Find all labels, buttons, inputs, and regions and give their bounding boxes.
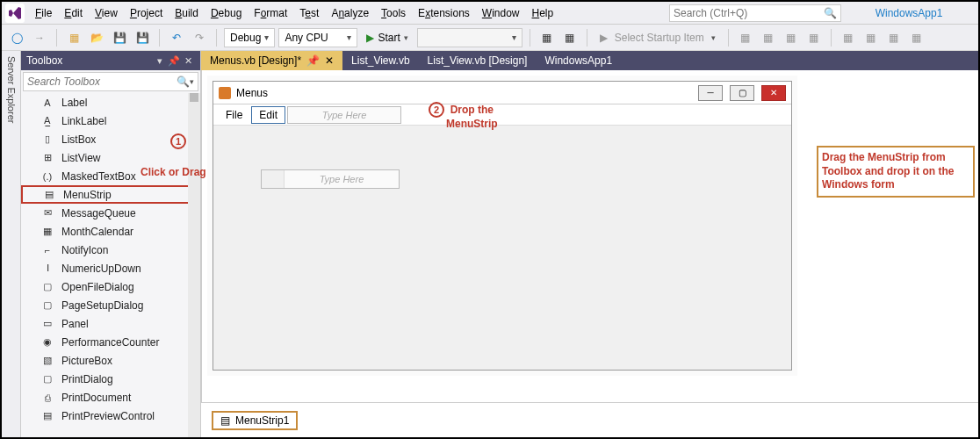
tool-label: ListView bbox=[61, 152, 100, 164]
form-menu-file[interactable]: File bbox=[219, 107, 249, 123]
server-explorer-tab[interactable]: Server Explorer bbox=[2, 51, 21, 437]
undo-button[interactable]: ↶ bbox=[167, 28, 186, 47]
toolbox-item-menustrip[interactable]: ▤MenuStrip bbox=[21, 185, 200, 204]
target-dropdown[interactable]: ▾ bbox=[417, 28, 522, 47]
menu-help[interactable]: Help bbox=[527, 4, 559, 23]
pin-icon[interactable]: 📌 bbox=[167, 55, 181, 67]
tool-icon: ▭ bbox=[40, 317, 54, 331]
tab-label: Menus.vb [Design]* bbox=[210, 54, 301, 67]
toolbox-item-messagequeue[interactable]: ✉MessageQueue bbox=[21, 204, 200, 222]
toolbox-item-printdialog[interactable]: ▢PrintDialog bbox=[21, 370, 200, 388]
tool-icon: ⌐ bbox=[40, 243, 54, 257]
tab-label: WindowsApp1 bbox=[544, 54, 612, 67]
callout-1-badge: 1 bbox=[170, 133, 186, 149]
form-title: Menus bbox=[236, 87, 691, 99]
search-icon: 🔍 bbox=[824, 7, 837, 19]
layout-icon-2: ▦ bbox=[759, 28, 778, 47]
menu-format[interactable]: Format bbox=[249, 4, 292, 23]
callout-2-line2: MenuStrip bbox=[446, 118, 498, 130]
tool-label: NumericUpDown bbox=[61, 263, 141, 275]
toolbox-item-openfiledialog[interactable]: ▢OpenFileDialog bbox=[21, 277, 200, 296]
tb-icon-2[interactable]: ▦ bbox=[560, 28, 580, 47]
menu-window[interactable]: Window bbox=[477, 4, 525, 23]
nav-fwd-button: → bbox=[30, 28, 49, 47]
server-explorer-label: Server Explorer bbox=[6, 56, 17, 123]
form-menu-edit[interactable]: Edit bbox=[251, 106, 285, 124]
minimize-button[interactable]: ─ bbox=[698, 85, 723, 101]
toolbox-item-panel[interactable]: ▭Panel bbox=[21, 314, 200, 333]
menu-project[interactable]: Project bbox=[125, 4, 168, 23]
toolbox-item-printdocument[interactable]: ⎙PrintDocument bbox=[21, 388, 200, 407]
global-search-input[interactable] bbox=[674, 7, 824, 19]
save-button[interactable]: 💾 bbox=[110, 28, 129, 47]
chevron-down-icon[interactable]: ▾ bbox=[190, 77, 194, 86]
callout-1-text: Click or Drag bbox=[141, 166, 206, 178]
toolbox-item-numericupdown[interactable]: ⅠNumericUpDown bbox=[21, 259, 200, 277]
config-dropdown[interactable]: Debug▾ bbox=[224, 28, 275, 47]
menu-edit[interactable]: Edit bbox=[59, 4, 88, 23]
type-here-horizontal[interactable]: Type Here bbox=[287, 106, 401, 124]
tool-label: LinkLabel bbox=[61, 115, 106, 127]
tool-icon: ▦ bbox=[40, 225, 54, 239]
global-search[interactable]: 🔍 bbox=[669, 4, 841, 22]
menu-test[interactable]: Test bbox=[294, 4, 324, 23]
toolbox-item-monthcalendar[interactable]: ▦MonthCalendar bbox=[21, 222, 200, 241]
menu-extensions[interactable]: Extensions bbox=[413, 4, 475, 23]
tab-menus-vb--design--[interactable]: Menus.vb [Design]*📌✕ bbox=[201, 51, 342, 70]
save-all-button[interactable]: 💾 bbox=[133, 28, 152, 47]
toolbox-item-label[interactable]: ALabel bbox=[21, 93, 200, 112]
tool-label: PrintDocument bbox=[61, 392, 131, 404]
pin-icon[interactable]: 📌 bbox=[306, 54, 320, 67]
nav-back-button[interactable]: ◯ bbox=[7, 28, 26, 47]
vs-logo-icon bbox=[5, 4, 25, 23]
toolbox-dropdown-icon[interactable]: ▾ bbox=[153, 55, 167, 67]
toolbox-item-performancecounter[interactable]: ◉PerformanceCounter bbox=[21, 333, 200, 351]
toolbox-item-pagesetupdialog[interactable]: ▢PageSetupDialog bbox=[21, 296, 200, 314]
new-project-button[interactable]: ▦ bbox=[64, 28, 83, 47]
tool-icon: ▤ bbox=[42, 188, 56, 202]
tool-icon: ✉ bbox=[40, 206, 54, 220]
close-icon[interactable]: ✕ bbox=[325, 54, 334, 67]
tb-icon-1[interactable]: ▦ bbox=[537, 28, 557, 47]
layout-icon-8: ▦ bbox=[907, 28, 926, 47]
toolbox-search-input[interactable] bbox=[27, 76, 177, 88]
menu-view[interactable]: View bbox=[90, 4, 123, 23]
tool-icon: ▢ bbox=[40, 280, 54, 294]
toolbox-search[interactable]: 🔍 ▾ bbox=[23, 72, 198, 91]
menu-build[interactable]: Build bbox=[169, 4, 204, 23]
form-icon bbox=[219, 87, 231, 99]
tool-icon: Ⅰ bbox=[40, 262, 54, 276]
close-button[interactable]: ✕ bbox=[761, 85, 786, 101]
submenu-icon-col bbox=[262, 170, 285, 188]
callout-2-line1: Drop the bbox=[450, 104, 494, 116]
toolbox-item-notifyicon[interactable]: ⌐NotifyIcon bbox=[21, 241, 200, 259]
tool-label: PrintDialog bbox=[61, 373, 113, 385]
toolbox-item-printpreviewcontrol[interactable]: ▤PrintPreviewControl bbox=[21, 407, 200, 425]
menu-analyze[interactable]: Analyze bbox=[326, 4, 374, 23]
open-button[interactable]: 📂 bbox=[87, 28, 106, 47]
type-here-vertical[interactable]: Type Here bbox=[285, 174, 399, 184]
menu-tools[interactable]: Tools bbox=[376, 4, 411, 23]
form-designer[interactable]: Menus ─ ▢ ✕ File Edit Type Here Type Her… bbox=[213, 81, 792, 371]
toolbox-item-linklabel[interactable]: A̲LinkLabel bbox=[21, 112, 200, 130]
platform-dropdown[interactable]: Any CPU▾ bbox=[278, 28, 357, 47]
toolbox-item-listview[interactable]: ⊞ListView bbox=[21, 148, 200, 167]
maximize-button[interactable]: ▢ bbox=[730, 85, 754, 101]
tool-label: MessageQueue bbox=[61, 207, 136, 220]
form-submenu[interactable]: Type Here bbox=[261, 169, 400, 189]
tab-list-view-vb[interactable]: List_View.vb bbox=[342, 51, 419, 70]
toolbox-scrollbar[interactable] bbox=[188, 93, 200, 437]
config-label: Debug bbox=[230, 32, 261, 44]
component-tray-item[interactable]: ▤ MenuStrip1 bbox=[212, 411, 298, 430]
close-icon[interactable]: ✕ bbox=[181, 55, 195, 67]
menu-debug[interactable]: Debug bbox=[205, 4, 247, 23]
tab-list-view-vb--design-[interactable]: List_View.vb [Design] bbox=[419, 51, 537, 70]
start-label: Start bbox=[378, 32, 400, 44]
startup-item-dropdown[interactable]: ▶ Select Startup Item ▾ bbox=[594, 28, 721, 47]
tool-icon: ▧ bbox=[40, 354, 54, 368]
start-button[interactable]: ▶ Start ▾ bbox=[361, 28, 413, 47]
toolbox-item-picturebox[interactable]: ▧PictureBox bbox=[21, 351, 200, 370]
play-icon: ▶ bbox=[366, 32, 374, 44]
tab-windowsapp1[interactable]: WindowsApp1 bbox=[536, 51, 621, 70]
menu-file[interactable]: File bbox=[30, 4, 57, 23]
